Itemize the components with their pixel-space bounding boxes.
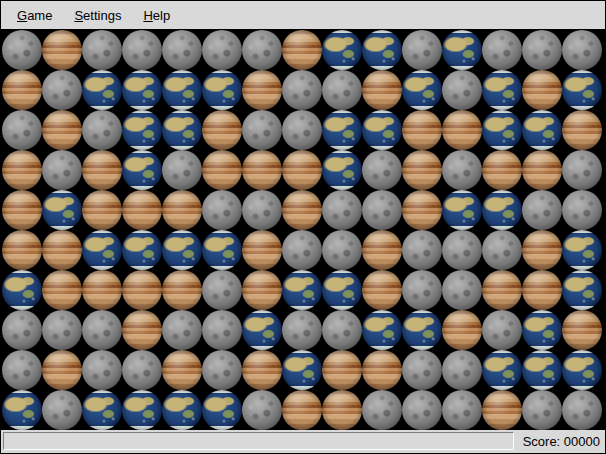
jupiter-brown-ball[interactable]: [122, 310, 162, 350]
earth-blue-ball[interactable]: [562, 270, 602, 310]
jupiter-brown-ball[interactable]: [2, 70, 42, 110]
jupiter-brown-ball[interactable]: [162, 190, 202, 230]
earth-blue-ball[interactable]: [522, 110, 562, 150]
earth-blue-ball[interactable]: [402, 310, 442, 350]
moon-gray-ball[interactable]: [522, 390, 562, 430]
moon-gray-ball[interactable]: [362, 390, 402, 430]
moon-gray-ball[interactable]: [562, 390, 602, 430]
moon-gray-ball[interactable]: [202, 30, 242, 70]
earth-blue-ball[interactable]: [162, 230, 202, 270]
jupiter-brown-ball[interactable]: [2, 230, 42, 270]
earth-blue-ball[interactable]: [482, 350, 522, 390]
jupiter-brown-ball[interactable]: [282, 190, 322, 230]
jupiter-brown-ball[interactable]: [562, 310, 602, 350]
moon-gray-ball[interactable]: [402, 350, 442, 390]
earth-blue-ball[interactable]: [202, 230, 242, 270]
moon-gray-ball[interactable]: [2, 350, 42, 390]
earth-blue-ball[interactable]: [482, 70, 522, 110]
jupiter-brown-ball[interactable]: [202, 150, 242, 190]
jupiter-brown-ball[interactable]: [362, 270, 402, 310]
earth-blue-ball[interactable]: [322, 30, 362, 70]
jupiter-brown-ball[interactable]: [282, 30, 322, 70]
jupiter-brown-ball[interactable]: [162, 350, 202, 390]
jupiter-brown-ball[interactable]: [402, 150, 442, 190]
jupiter-brown-ball[interactable]: [402, 190, 442, 230]
moon-gray-ball[interactable]: [322, 230, 362, 270]
earth-blue-ball[interactable]: [122, 230, 162, 270]
moon-gray-ball[interactable]: [2, 30, 42, 70]
jupiter-brown-ball[interactable]: [522, 70, 562, 110]
jupiter-brown-ball[interactable]: [522, 270, 562, 310]
earth-blue-ball[interactable]: [322, 270, 362, 310]
moon-gray-ball[interactable]: [202, 190, 242, 230]
jupiter-brown-ball[interactable]: [242, 230, 282, 270]
jupiter-brown-ball[interactable]: [242, 70, 282, 110]
moon-gray-ball[interactable]: [162, 310, 202, 350]
moon-gray-ball[interactable]: [482, 230, 522, 270]
moon-gray-ball[interactable]: [322, 310, 362, 350]
jupiter-brown-ball[interactable]: [82, 190, 122, 230]
moon-gray-ball[interactable]: [242, 30, 282, 70]
earth-blue-ball[interactable]: [202, 70, 242, 110]
moon-gray-ball[interactable]: [122, 350, 162, 390]
jupiter-brown-ball[interactable]: [2, 190, 42, 230]
jupiter-brown-ball[interactable]: [2, 150, 42, 190]
jupiter-brown-ball[interactable]: [322, 350, 362, 390]
menu-settings[interactable]: Settings: [63, 1, 132, 29]
moon-gray-ball[interactable]: [522, 30, 562, 70]
moon-gray-ball[interactable]: [82, 30, 122, 70]
moon-gray-ball[interactable]: [322, 70, 362, 110]
moon-gray-ball[interactable]: [442, 350, 482, 390]
moon-gray-ball[interactable]: [442, 70, 482, 110]
jupiter-brown-ball[interactable]: [482, 150, 522, 190]
earth-blue-ball[interactable]: [482, 110, 522, 150]
moon-gray-ball[interactable]: [442, 270, 482, 310]
earth-blue-ball[interactable]: [322, 150, 362, 190]
moon-gray-ball[interactable]: [202, 350, 242, 390]
earth-blue-ball[interactable]: [402, 70, 442, 110]
jupiter-brown-ball[interactable]: [362, 350, 402, 390]
earth-blue-ball[interactable]: [562, 230, 602, 270]
earth-blue-ball[interactable]: [362, 30, 402, 70]
moon-gray-ball[interactable]: [242, 390, 282, 430]
moon-gray-ball[interactable]: [362, 150, 402, 190]
moon-gray-ball[interactable]: [562, 150, 602, 190]
jupiter-brown-ball[interactable]: [442, 110, 482, 150]
moon-gray-ball[interactable]: [202, 270, 242, 310]
moon-gray-ball[interactable]: [82, 350, 122, 390]
jupiter-brown-ball[interactable]: [362, 70, 402, 110]
earth-blue-ball[interactable]: [282, 350, 322, 390]
moon-gray-ball[interactable]: [242, 190, 282, 230]
earth-blue-ball[interactable]: [162, 390, 202, 430]
earth-blue-ball[interactable]: [42, 190, 82, 230]
earth-blue-ball[interactable]: [162, 70, 202, 110]
jupiter-brown-ball[interactable]: [482, 270, 522, 310]
earth-blue-ball[interactable]: [362, 110, 402, 150]
jupiter-brown-ball[interactable]: [82, 270, 122, 310]
earth-blue-ball[interactable]: [482, 190, 522, 230]
moon-gray-ball[interactable]: [242, 110, 282, 150]
moon-gray-ball[interactable]: [522, 190, 562, 230]
jupiter-brown-ball[interactable]: [242, 270, 282, 310]
moon-gray-ball[interactable]: [162, 150, 202, 190]
moon-gray-ball[interactable]: [2, 110, 42, 150]
earth-blue-ball[interactable]: [322, 110, 362, 150]
moon-gray-ball[interactable]: [482, 30, 522, 70]
moon-gray-ball[interactable]: [42, 150, 82, 190]
jupiter-brown-ball[interactable]: [162, 270, 202, 310]
earth-blue-ball[interactable]: [362, 310, 402, 350]
jupiter-brown-ball[interactable]: [82, 150, 122, 190]
jupiter-brown-ball[interactable]: [442, 310, 482, 350]
jupiter-brown-ball[interactable]: [202, 110, 242, 150]
earth-blue-ball[interactable]: [82, 70, 122, 110]
earth-blue-ball[interactable]: [2, 270, 42, 310]
jupiter-brown-ball[interactable]: [42, 270, 82, 310]
earth-blue-ball[interactable]: [202, 390, 242, 430]
moon-gray-ball[interactable]: [402, 390, 442, 430]
moon-gray-ball[interactable]: [442, 390, 482, 430]
jupiter-brown-ball[interactable]: [482, 390, 522, 430]
moon-gray-ball[interactable]: [42, 310, 82, 350]
earth-blue-ball[interactable]: [122, 150, 162, 190]
jupiter-brown-ball[interactable]: [282, 390, 322, 430]
earth-blue-ball[interactable]: [562, 350, 602, 390]
